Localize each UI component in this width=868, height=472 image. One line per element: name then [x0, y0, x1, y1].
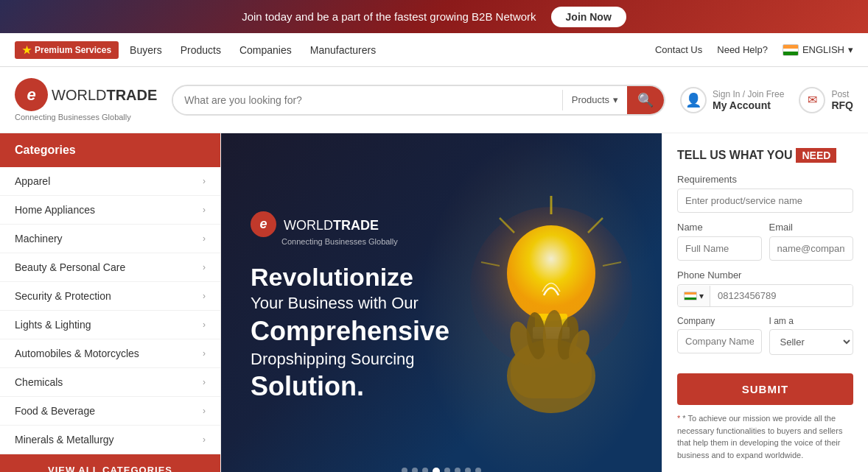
requirements-label: Requirements: [677, 174, 853, 185]
dot-3[interactable]: [422, 468, 428, 472]
nav-link-manufacturers[interactable]: Manufacturers: [310, 44, 376, 56]
hero-dots: [402, 468, 481, 472]
category-lights[interactable]: Lights & Lighting ›: [0, 311, 220, 339]
arrow-icon: ›: [203, 262, 206, 272]
header: e WORLDTRADE Connecting Businesses Globa…: [0, 67, 868, 133]
logo-text: WORLDTRADE: [52, 87, 157, 103]
premium-badge[interactable]: ★ Premium Services: [15, 41, 119, 59]
nav-right: Contact Us Need Help? ENGLISH ▾: [655, 44, 853, 56]
name-email-row: Name Email: [677, 222, 853, 261]
hero-line4: Dropshipping Sourcing: [251, 349, 449, 370]
category-label: Machinery: [15, 233, 63, 244]
right-panel: TELL US WHAT YOU NEED Requirements Name …: [662, 133, 868, 472]
chevron-down-icon: ▾: [613, 94, 618, 105]
arrow-icon: ›: [203, 205, 206, 215]
view-all-categories-button[interactable]: VIEW ALL CATEGORIES: [0, 454, 220, 472]
category-apparel[interactable]: Apparel ›: [0, 167, 220, 196]
iam-selector[interactable]: Seller Buyer Manufacturer: [769, 329, 854, 355]
category-machinery[interactable]: Machinery ›: [0, 225, 220, 253]
dot-5[interactable]: [444, 468, 450, 472]
nav-links: Buyers Products Companies Manufacturers: [130, 44, 655, 56]
arrow-icon: ›: [203, 291, 206, 301]
account-icon: 👤: [680, 87, 707, 113]
company-col: Company: [677, 316, 762, 362]
dot-7[interactable]: [465, 468, 471, 472]
arrow-icon: ›: [203, 348, 206, 359]
category-automobiles[interactable]: Automobiles & Motorcycles ›: [0, 339, 220, 368]
main-content: Categories Apparel › Home Appliances › M…: [0, 133, 868, 472]
join-now-button[interactable]: Join Now: [551, 7, 626, 27]
india-flag-icon: [684, 292, 697, 300]
rfq-area[interactable]: ✉ Post RFQ: [799, 87, 853, 113]
logo-world: WORLDTRADE: [52, 87, 157, 103]
search-button[interactable]: 🔍: [627, 85, 664, 116]
search-category-label: Products: [572, 94, 609, 105]
nav-bar: ★ Premium Services Buyers Products Compa…: [0, 33, 868, 67]
nav-link-buyers[interactable]: Buyers: [130, 44, 162, 56]
category-security[interactable]: Security & Protection ›: [0, 282, 220, 311]
category-label: Security & Protection: [15, 290, 111, 302]
search-input[interactable]: [173, 94, 561, 106]
phone-code: ▾: [699, 291, 704, 301]
category-beauty[interactable]: Beauty & Personal Care ›: [0, 253, 220, 282]
category-label: Food & Beverage: [15, 405, 95, 417]
company-label: Company: [677, 316, 762, 326]
svg-point-1: [507, 225, 595, 321]
arrow-icon: ›: [203, 434, 206, 445]
arrow-icon: ›: [203, 176, 206, 186]
account-area[interactable]: 👤 Sign In / Join Free My Account: [680, 87, 784, 113]
rfq-text: Post RFQ: [831, 89, 853, 111]
logo-top: e WORLDTRADE: [15, 78, 157, 111]
company-input[interactable]: [677, 329, 762, 353]
phone-flag-selector[interactable]: ▾: [678, 286, 710, 306]
hero-title: Revolutionize Your Business with Our Com…: [251, 261, 449, 404]
category-label: Apparel: [15, 175, 50, 187]
category-label: Minerals & Metallurgy: [15, 434, 114, 445]
submit-button[interactable]: SUBMIT: [677, 373, 853, 405]
category-chemicals[interactable]: Chemicals ›: [0, 368, 220, 397]
hero-banner: e WORLDTRADE Connecting Businesses Globa…: [221, 133, 662, 472]
email-input[interactable]: [769, 236, 854, 261]
language-selector[interactable]: ENGLISH ▾: [783, 44, 853, 56]
top-banner: Join today and be a part of the fastest …: [0, 0, 868, 33]
sidebar: Categories Apparel › Home Appliances › M…: [0, 133, 221, 472]
dot-8[interactable]: [475, 468, 481, 472]
requirements-input[interactable]: [677, 189, 853, 213]
nav-link-companies[interactable]: Companies: [239, 44, 292, 56]
hero-line1: Revolutionize: [251, 261, 449, 293]
need-help-link[interactable]: Need Help?: [717, 44, 768, 55]
search-category-selector[interactable]: Products ▾: [563, 94, 627, 105]
category-home-appliances[interactable]: Home Appliances ›: [0, 196, 220, 225]
dot-4[interactable]: [433, 468, 440, 472]
my-account-text: My Account: [713, 99, 784, 111]
hero-line5: Solution.: [251, 370, 449, 404]
dot-6[interactable]: [455, 468, 461, 472]
email-label: Email: [769, 222, 854, 233]
category-minerals[interactable]: Minerals & Metallurgy ›: [0, 426, 220, 454]
category-label: Beauty & Personal Care: [15, 261, 125, 273]
name-input[interactable]: [677, 236, 762, 261]
name-label: Name: [677, 222, 762, 233]
hero-content: e WORLDTRADE Connecting Businesses Globa…: [251, 211, 449, 408]
category-food[interactable]: Food & Beverage ›: [0, 397, 220, 426]
contact-us-link[interactable]: Contact Us: [655, 44, 702, 55]
name-col: Name: [677, 222, 762, 261]
header-right: 👤 Sign In / Join Free My Account ✉ Post …: [680, 87, 853, 113]
need-badge: NEED: [796, 148, 836, 163]
search-icon: 🔍: [637, 92, 654, 108]
flag-icon: [783, 44, 799, 56]
dot-2[interactable]: [412, 468, 418, 472]
email-col: Email: [769, 222, 854, 261]
category-label: Lights & Lighting: [15, 319, 91, 331]
search-bar: Products ▾ 🔍: [172, 85, 665, 116]
logo-area: e WORLDTRADE Connecting Businesses Globa…: [15, 78, 157, 121]
phone-row: ▾: [677, 284, 853, 307]
company-row: Company I am a Seller Buyer Manufacturer: [677, 316, 853, 362]
nav-link-products[interactable]: Products: [181, 44, 221, 56]
hero-logo-icon: e: [251, 211, 276, 237]
iam-label: I am a: [769, 316, 854, 326]
rfq-icon: ✉: [799, 87, 825, 113]
tell-us-text: TELL US WHAT YOU: [677, 149, 792, 162]
dot-1[interactable]: [402, 468, 407, 472]
phone-input[interactable]: [710, 285, 853, 306]
